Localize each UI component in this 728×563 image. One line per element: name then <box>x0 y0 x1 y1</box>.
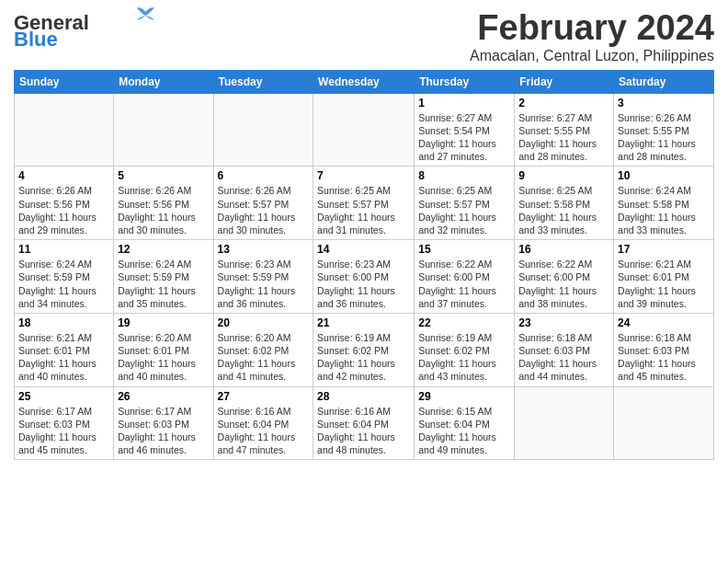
weekday-header-thursday: Thursday <box>415 70 515 93</box>
day-number: 11 <box>18 243 109 256</box>
week-row-4: 18Sunrise: 6:21 AM Sunset: 6:01 PM Dayli… <box>15 313 714 386</box>
day-cell <box>213 93 313 167</box>
day-cell <box>313 93 415 167</box>
day-cell: 14Sunrise: 6:23 AM Sunset: 6:00 PM Dayli… <box>313 240 415 314</box>
day-number: 26 <box>118 390 209 403</box>
weekday-header-row: SundayMondayTuesdayWednesdayThursdayFrid… <box>15 70 714 93</box>
day-number: 21 <box>317 316 410 329</box>
day-number: 23 <box>518 316 609 329</box>
day-cell: 26Sunrise: 6:17 AM Sunset: 6:03 PM Dayli… <box>114 386 213 460</box>
day-number: 17 <box>618 243 710 256</box>
logo-blue: Blue <box>14 29 58 50</box>
day-cell: 25Sunrise: 6:17 AM Sunset: 6:03 PM Dayli… <box>15 386 114 460</box>
day-cell: 15Sunrise: 6:22 AM Sunset: 6:00 PM Dayli… <box>415 240 515 314</box>
day-number: 4 <box>18 169 109 182</box>
day-cell: 9Sunrise: 6:25 AM Sunset: 5:58 PM Daylig… <box>515 167 614 240</box>
location-title: Amacalan, Central Luzon, Philippines <box>470 48 714 64</box>
day-cell <box>515 386 614 460</box>
day-cell <box>114 93 213 167</box>
day-number: 10 <box>618 169 710 182</box>
weekday-header-monday: Monday <box>114 70 213 93</box>
day-info: Sunrise: 6:26 AM Sunset: 5:55 PM Dayligh… <box>618 111 710 164</box>
day-info: Sunrise: 6:20 AM Sunset: 6:01 PM Dayligh… <box>118 331 209 384</box>
day-cell: 10Sunrise: 6:24 AM Sunset: 5:58 PM Dayli… <box>614 167 714 240</box>
day-info: Sunrise: 6:15 AM Sunset: 6:04 PM Dayligh… <box>418 405 510 457</box>
day-number: 9 <box>518 169 609 182</box>
day-cell: 1Sunrise: 6:27 AM Sunset: 5:54 PM Daylig… <box>415 93 515 167</box>
day-number: 25 <box>18 390 109 403</box>
day-cell <box>15 93 114 167</box>
bird-icon <box>137 5 155 21</box>
day-cell: 2Sunrise: 6:27 AM Sunset: 5:55 PM Daylig… <box>515 93 614 167</box>
day-info: Sunrise: 6:26 AM Sunset: 5:57 PM Dayligh… <box>218 184 310 236</box>
day-info: Sunrise: 6:16 AM Sunset: 6:04 PM Dayligh… <box>317 405 410 457</box>
day-number: 12 <box>118 243 209 256</box>
day-info: Sunrise: 6:21 AM Sunset: 6:01 PM Dayligh… <box>18 331 109 384</box>
day-info: Sunrise: 6:16 AM Sunset: 6:04 PM Dayligh… <box>218 405 310 457</box>
header: General Blue February 2024 Amacalan, Cen… <box>14 9 714 64</box>
day-cell: 17Sunrise: 6:21 AM Sunset: 6:01 PM Dayli… <box>614 240 714 314</box>
day-number: 5 <box>118 169 209 182</box>
calendar: SundayMondayTuesdayWednesdayThursdayFrid… <box>14 70 714 460</box>
day-info: Sunrise: 6:26 AM Sunset: 5:56 PM Dayligh… <box>118 184 209 236</box>
logo: General Blue <box>14 13 155 50</box>
day-number: 20 <box>218 316 310 329</box>
day-info: Sunrise: 6:22 AM Sunset: 6:00 PM Dayligh… <box>418 258 510 310</box>
day-info: Sunrise: 6:19 AM Sunset: 6:02 PM Dayligh… <box>317 331 410 384</box>
weekday-header-wednesday: Wednesday <box>313 70 415 93</box>
day-info: Sunrise: 6:23 AM Sunset: 5:59 PM Dayligh… <box>218 258 310 310</box>
day-cell: 24Sunrise: 6:18 AM Sunset: 6:03 PM Dayli… <box>614 313 714 386</box>
day-cell: 21Sunrise: 6:19 AM Sunset: 6:02 PM Dayli… <box>313 313 415 386</box>
day-number: 7 <box>317 169 410 182</box>
day-cell: 28Sunrise: 6:16 AM Sunset: 6:04 PM Dayli… <box>313 386 415 460</box>
day-info: Sunrise: 6:27 AM Sunset: 5:55 PM Dayligh… <box>518 111 609 164</box>
day-cell: 12Sunrise: 6:24 AM Sunset: 5:59 PM Dayli… <box>114 240 213 314</box>
day-info: Sunrise: 6:27 AM Sunset: 5:54 PM Dayligh… <box>418 111 510 164</box>
week-row-1: 1Sunrise: 6:27 AM Sunset: 5:54 PM Daylig… <box>15 93 714 167</box>
day-number: 14 <box>317 243 410 256</box>
day-info: Sunrise: 6:18 AM Sunset: 6:03 PM Dayligh… <box>518 331 609 384</box>
day-info: Sunrise: 6:24 AM Sunset: 5:59 PM Dayligh… <box>118 258 209 310</box>
day-info: Sunrise: 6:25 AM Sunset: 5:57 PM Dayligh… <box>317 184 410 236</box>
weekday-header-friday: Friday <box>515 70 614 93</box>
day-info: Sunrise: 6:25 AM Sunset: 5:58 PM Dayligh… <box>518 184 609 236</box>
day-info: Sunrise: 6:18 AM Sunset: 6:03 PM Dayligh… <box>618 331 710 384</box>
day-cell <box>614 386 714 460</box>
day-cell: 22Sunrise: 6:19 AM Sunset: 6:02 PM Dayli… <box>415 313 515 386</box>
day-cell: 7Sunrise: 6:25 AM Sunset: 5:57 PM Daylig… <box>313 167 415 240</box>
day-cell: 19Sunrise: 6:20 AM Sunset: 6:01 PM Dayli… <box>114 313 213 386</box>
day-number: 27 <box>218 390 310 403</box>
day-cell: 23Sunrise: 6:18 AM Sunset: 6:03 PM Dayli… <box>515 313 614 386</box>
day-info: Sunrise: 6:26 AM Sunset: 5:56 PM Dayligh… <box>18 184 109 236</box>
day-info: Sunrise: 6:23 AM Sunset: 6:00 PM Dayligh… <box>317 258 410 310</box>
day-number: 24 <box>618 316 710 329</box>
day-cell: 16Sunrise: 6:22 AM Sunset: 6:00 PM Dayli… <box>515 240 614 314</box>
day-cell: 29Sunrise: 6:15 AM Sunset: 6:04 PM Dayli… <box>415 386 515 460</box>
day-info: Sunrise: 6:20 AM Sunset: 6:02 PM Dayligh… <box>218 331 310 384</box>
day-info: Sunrise: 6:24 AM Sunset: 5:59 PM Dayligh… <box>18 258 109 310</box>
day-cell: 13Sunrise: 6:23 AM Sunset: 5:59 PM Dayli… <box>213 240 313 314</box>
title-area: February 2024 Amacalan, Central Luzon, P… <box>470 9 714 64</box>
day-cell: 27Sunrise: 6:16 AM Sunset: 6:04 PM Dayli… <box>213 386 313 460</box>
day-number: 18 <box>18 316 109 329</box>
day-number: 28 <box>317 390 410 403</box>
week-row-3: 11Sunrise: 6:24 AM Sunset: 5:59 PM Dayli… <box>15 240 714 314</box>
day-number: 13 <box>218 243 310 256</box>
day-cell: 20Sunrise: 6:20 AM Sunset: 6:02 PM Dayli… <box>213 313 313 386</box>
day-info: Sunrise: 6:24 AM Sunset: 5:58 PM Dayligh… <box>618 184 710 236</box>
day-number: 3 <box>618 97 710 109</box>
weekday-header-tuesday: Tuesday <box>213 70 313 93</box>
day-number: 1 <box>418 97 510 109</box>
day-number: 29 <box>418 390 510 403</box>
day-cell: 5Sunrise: 6:26 AM Sunset: 5:56 PM Daylig… <box>114 167 213 240</box>
day-info: Sunrise: 6:22 AM Sunset: 6:00 PM Dayligh… <box>518 258 609 310</box>
weekday-header-saturday: Saturday <box>614 70 714 93</box>
day-info: Sunrise: 6:21 AM Sunset: 6:01 PM Dayligh… <box>618 258 710 310</box>
day-cell: 11Sunrise: 6:24 AM Sunset: 5:59 PM Dayli… <box>15 240 114 314</box>
day-info: Sunrise: 6:19 AM Sunset: 6:02 PM Dayligh… <box>418 331 510 384</box>
day-info: Sunrise: 6:17 AM Sunset: 6:03 PM Dayligh… <box>18 405 109 457</box>
day-number: 15 <box>418 243 510 256</box>
day-number: 22 <box>418 316 510 329</box>
day-cell: 8Sunrise: 6:25 AM Sunset: 5:57 PM Daylig… <box>415 167 515 240</box>
day-number: 2 <box>518 97 609 109</box>
